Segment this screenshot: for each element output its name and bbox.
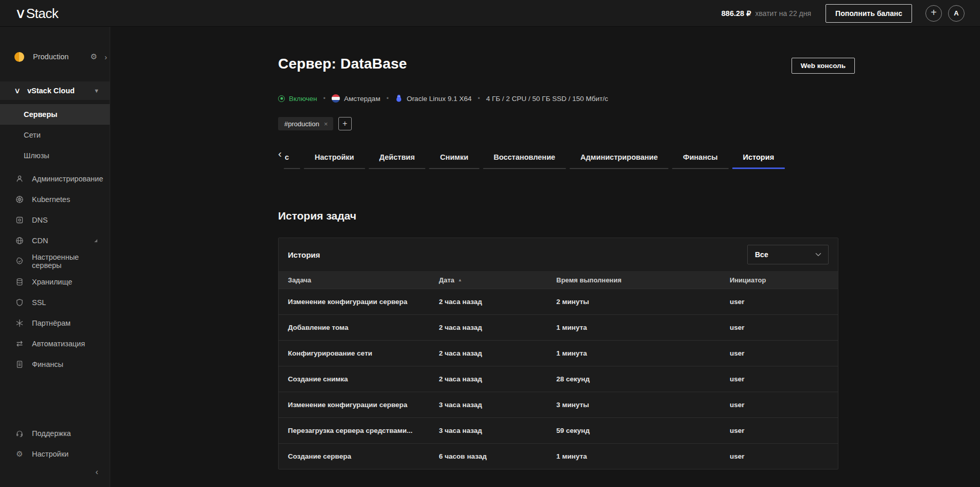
cell-task: Создание снимка — [279, 375, 429, 383]
tab-settings[interactable]: Настройки — [304, 153, 365, 169]
status-os: Oracle Linux 9.1 X64 — [395, 94, 472, 103]
sidebar-item-label: SSL — [32, 298, 46, 307]
sidebar-item-dns[interactable]: DNS — [0, 210, 110, 230]
sidebar-item-cdn[interactable]: CDN — [0, 230, 110, 251]
chevron-left-icon: ‹ — [278, 147, 282, 159]
sidebar-item-label: DNS — [32, 216, 48, 224]
tab-history[interactable]: История — [732, 153, 785, 169]
plus-icon: + — [342, 119, 347, 128]
sync-arrows-icon — [14, 340, 25, 348]
tab-finance[interactable]: Финансы — [672, 153, 728, 169]
avatar[interactable]: A — [948, 5, 965, 22]
table-row[interactable]: Изменение конфигурации сервера 2 часа на… — [279, 289, 838, 314]
main-content: Сервер: DataBase Web консоль Включен • А… — [110, 27, 980, 487]
cell-initiator: user — [720, 349, 838, 357]
table-header: Задача Дата ▲ Время выполнения Инициатор — [279, 271, 838, 289]
status-power: Включен — [278, 95, 317, 103]
topbar: ∨ Stack 886.28 ₽ хватит на 22 дня Пополн… — [0, 0, 980, 27]
cell-date: 2 часа назад — [429, 349, 547, 357]
database-icon — [14, 278, 25, 286]
filter-select[interactable]: Все — [747, 245, 829, 264]
close-icon[interactable]: × — [324, 120, 328, 128]
sidebar-item-label: Серверы — [24, 110, 57, 119]
avatar-letter: A — [954, 9, 958, 17]
column-header-task[interactable]: Задача — [279, 276, 429, 284]
balance-amount: 886.28 ₽ — [721, 9, 751, 18]
headset-icon — [14, 429, 25, 438]
sidebar-collapse-button[interactable]: ‹ — [0, 464, 110, 480]
sidebar-item-storage[interactable]: Хранилище — [0, 272, 110, 292]
topup-balance-button[interactable]: Пополнить баланс — [826, 4, 912, 23]
sidebar-item-partners[interactable]: Партнёрам — [0, 313, 110, 333]
project-name: Production — [33, 53, 68, 61]
sidebar-item-gateways[interactable]: Шлюзы — [0, 145, 110, 166]
sidebar-item-label: Kubernetes — [32, 195, 70, 204]
cell-task: Изменение конфигурации сервера — [279, 401, 429, 409]
table-row[interactable]: Конфигурирование сети 2 часа назад 1 мин… — [279, 340, 838, 366]
sidebar-item-settings[interactable]: ⚙ Настройки — [0, 444, 110, 464]
tab-recovery[interactable]: Восстановление — [483, 153, 566, 169]
table-row[interactable]: Создание сервера 6 часов назад 1 минута … — [279, 443, 838, 469]
sort-asc-icon[interactable]: ▲ — [458, 278, 462, 282]
configured-servers-gear-icon — [14, 257, 25, 265]
cell-date: 2 часа назад — [429, 324, 547, 331]
add-tag-button[interactable]: + — [338, 117, 352, 130]
dot-separator: • — [323, 95, 325, 102]
cell-date: 3 часа назад — [429, 427, 547, 434]
sidebar-item-finance[interactable]: Финансы — [0, 354, 110, 375]
sidebar-item-vstack-cloud[interactable]: ∨ vStack Cloud ▼ — [0, 81, 110, 100]
web-console-button[interactable]: Web консоль — [792, 58, 855, 74]
server-status-row: Включен • Амстердам • Oracle Linux 9.1 X… — [278, 94, 980, 103]
cell-duration: 59 секунд — [547, 427, 720, 434]
status-on-icon — [278, 95, 285, 102]
table-row[interactable]: Изменение конфигурации сервера 3 часа на… — [279, 392, 838, 417]
table-row[interactable]: Создание снимка 2 часа назад 28 секунд u… — [279, 366, 838, 392]
tag-label: #production — [284, 120, 319, 128]
column-label: Инициатор — [730, 276, 766, 284]
project-chevron-right-icon[interactable]: › — [105, 53, 107, 61]
cell-initiator: user — [720, 375, 838, 383]
tab-snapshots[interactable]: Снимки — [429, 153, 479, 169]
sidebar-item-administration[interactable]: Администрирование — [0, 169, 110, 189]
snowflake-icon — [14, 319, 25, 327]
sidebar-item-label: Администрирование — [32, 175, 103, 183]
project-settings-gear-icon[interactable]: ⚙ — [91, 52, 97, 61]
cell-initiator: user — [720, 324, 838, 331]
tab-administration[interactable]: Администрирование — [570, 153, 668, 169]
vstack-logo[interactable]: ∨ Stack — [15, 5, 58, 22]
project-switcher[interactable]: Production ⚙ › — [0, 47, 110, 66]
sidebar-item-ssl[interactable]: SSL — [0, 292, 110, 313]
sidebar-item-kubernetes[interactable]: Kubernetes — [0, 189, 110, 210]
corner-triangle-icon — [94, 239, 97, 242]
tag-production[interactable]: #production × — [278, 117, 333, 130]
tab-truncated[interactable]: с — [284, 153, 300, 169]
table-row[interactable]: Добавление тома 2 часа назад 1 минута us… — [279, 314, 838, 340]
vstack-logo-text: Stack — [26, 6, 59, 22]
sidebar-item-support[interactable]: Поддержка — [0, 423, 110, 444]
sidebar-nav: Администрирование Kubernetes DNS CDN — [0, 169, 110, 375]
page-title: Сервер: DataBase — [278, 56, 407, 72]
column-header-date[interactable]: Дата ▲ — [429, 276, 547, 284]
tab-label: с — [284, 153, 300, 161]
document-icon — [14, 360, 25, 368]
create-new-button[interactable]: + — [925, 5, 942, 22]
column-header-duration[interactable]: Время выполнения — [547, 276, 720, 284]
column-label: Дата — [439, 276, 454, 284]
tab-actions[interactable]: Действия — [369, 153, 426, 169]
sidebar-item-networks[interactable]: Сети — [0, 125, 110, 145]
sidebar-item-configured-servers[interactable]: Настроенные серверы — [0, 251, 110, 272]
status-on-label: Включен — [289, 95, 317, 103]
cell-date: 3 часа назад — [429, 401, 547, 409]
tabs-scroll-left-button[interactable]: ‹ — [278, 148, 282, 159]
column-header-initiator[interactable]: Инициатор — [720, 276, 838, 284]
cell-initiator: user — [720, 298, 838, 306]
table-row[interactable]: Перезагрузка сервера средствами... 3 час… — [279, 417, 838, 443]
section-title: История задач — [278, 210, 980, 222]
sidebar-item-automation[interactable]: Автоматизация — [0, 333, 110, 354]
dot-separator: • — [386, 95, 388, 102]
cell-task: Изменение конфигурации сервера — [279, 298, 429, 306]
sidebar-item-servers[interactable]: Серверы — [0, 104, 110, 125]
cell-task: Перезагрузка сервера средствами... — [279, 427, 429, 434]
cell-task: Добавление тома — [279, 324, 429, 331]
project-color-dot-icon — [14, 52, 24, 62]
